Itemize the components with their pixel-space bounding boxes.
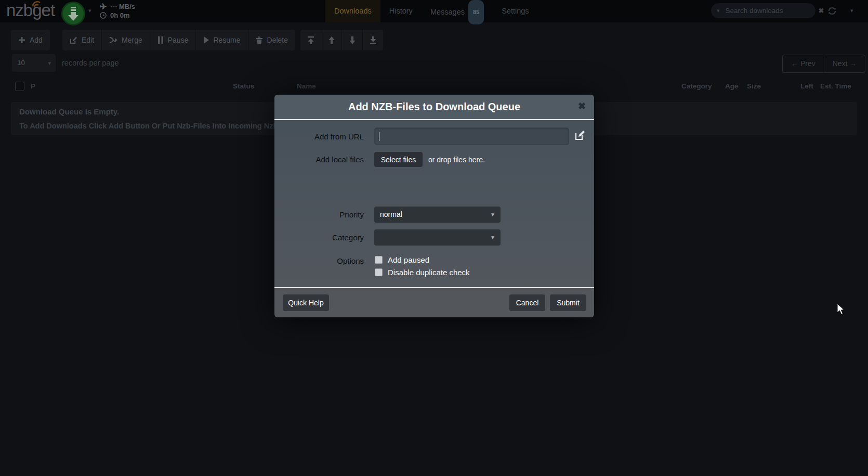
move-top-icon [307, 36, 314, 44]
col-header-size[interactable]: Size [747, 82, 761, 90]
merge-button[interactable]: Merge [102, 30, 150, 50]
move-up-button[interactable] [321, 30, 341, 50]
trash-icon [256, 36, 263, 44]
col-header-category[interactable]: Category [681, 82, 712, 90]
delete-button[interactable]: Delete [248, 30, 295, 50]
empty-queue-hint: To Add Downloads Click Add Button Or Put… [19, 122, 315, 130]
search-box: ▾ ✖ [711, 3, 816, 18]
search-input[interactable] [725, 6, 819, 15]
plane-icon: ✈ [100, 2, 107, 11]
category-caret-down-icon: ▼ [490, 229, 495, 246]
wifi-arcs-icon [30, 0, 43, 8]
priority-label: Priority [274, 210, 364, 219]
options-label: Options [274, 256, 364, 265]
empty-queue-title: Download Queue Is Empty. [19, 107, 119, 116]
local-files-label: Add local files [274, 155, 364, 164]
add-nzb-modal: Add NZB-Files to Download Queue ✖ Add fr… [274, 95, 594, 317]
url-input[interactable] [374, 127, 569, 145]
quick-help-button[interactable]: Quick Help [283, 294, 329, 311]
edit-icon[interactable] [574, 130, 585, 141]
modal-header: Add NZB-Files to Download Queue ✖ [274, 95, 594, 120]
cancel-button[interactable]: Cancel [509, 294, 545, 311]
category-label: Category [274, 233, 364, 242]
col-header-age[interactable]: Age [725, 82, 739, 90]
pagination-controls: ← Prev Next → [782, 55, 865, 73]
modal-footer: Quick Help Cancel Submit [274, 287, 594, 317]
text-cursor [379, 132, 379, 141]
add-paused-checkbox[interactable] [375, 256, 383, 264]
move-bottom-icon [370, 36, 377, 44]
queue-toolbar: Add Edit Merge [11, 30, 383, 50]
drop-files-hint: or drop files here. [428, 156, 485, 164]
edit-icon [70, 36, 77, 44]
play-icon [203, 36, 209, 44]
category-select[interactable]: ▼ [374, 229, 501, 246]
disable-dupe-check-label: Disable duplicate check [388, 268, 470, 277]
move-down-button[interactable] [342, 30, 362, 50]
submit-button[interactable]: Submit [550, 294, 586, 311]
edit-button[interactable]: Edit [62, 30, 101, 50]
add-button[interactable]: Add [11, 30, 50, 50]
tab-history[interactable]: History [380, 0, 422, 22]
priority-caret-down-icon: ▼ [490, 207, 495, 223]
pause-icon [157, 36, 164, 44]
time-left-value: 0h 0m [110, 11, 130, 19]
move-down-icon [349, 36, 356, 44]
prev-page-button[interactable]: ← Prev [782, 55, 824, 73]
tab-messages[interactable]: Messages85 [422, 0, 493, 22]
status-block: ✈ --- MB/s 0h 0m [100, 2, 135, 20]
next-page-button[interactable]: Next → [824, 55, 866, 73]
mouse-cursor [837, 303, 845, 316]
clock-icon [100, 12, 107, 19]
pause-button[interactable]: Pause [150, 30, 196, 50]
navbar-caret-down-icon[interactable]: ▾ [850, 7, 853, 14]
page-size-select[interactable]: 10 ▾ [12, 54, 56, 72]
modal-body: Add from URL Add local files Select file… [274, 120, 594, 287]
col-header-left[interactable]: Left [800, 82, 813, 90]
move-bottom-button[interactable] [363, 30, 383, 50]
move-up-icon [328, 36, 335, 44]
select-all-checkbox[interactable] [15, 82, 24, 91]
priority-select[interactable]: normal ▼ [374, 207, 501, 223]
search-clear-icon[interactable]: ✖ [819, 7, 824, 15]
merge-icon [109, 36, 117, 44]
close-icon[interactable]: ✖ [578, 101, 586, 111]
messages-count-badge: 85 [468, 0, 484, 24]
top-navbar: nzbget ▾ ✈ --- MB/s 0h 0m [0, 0, 868, 22]
refresh-icon[interactable] [827, 4, 841, 18]
col-header-name[interactable]: Name [297, 82, 316, 90]
main-nav: Downloads History Messages85 Settings [325, 0, 538, 22]
col-header-status[interactable]: Status [233, 82, 254, 90]
col-header-est-time[interactable]: Est. Time [820, 82, 851, 90]
col-header-priority[interactable]: P [31, 82, 35, 90]
tab-downloads[interactable]: Downloads [325, 0, 380, 22]
url-field-label: Add from URL [274, 132, 364, 141]
add-paused-label: Add paused [388, 255, 429, 264]
search-caret-down-icon[interactable]: ▾ [717, 7, 720, 14]
move-top-button[interactable] [300, 30, 321, 50]
speed-value: --- MB/s [110, 3, 135, 10]
plus-icon [18, 36, 25, 44]
page-size-caret-down-icon: ▾ [48, 54, 51, 72]
tab-settings[interactable]: Settings [493, 0, 537, 22]
modal-title: Add NZB-Files to Download Queue [274, 95, 594, 119]
disable-dupe-check-checkbox[interactable] [375, 268, 383, 276]
records-per-page-label: records per page [62, 59, 119, 67]
download-circle-icon[interactable] [61, 2, 85, 25]
nzbget-app: nzbget ▾ ✈ --- MB/s 0h 0m [0, 0, 868, 476]
select-files-button[interactable]: Select files [374, 152, 423, 167]
logo-caret-down-icon[interactable]: ▾ [88, 7, 91, 14]
resume-button[interactable]: Resume [196, 30, 247, 50]
